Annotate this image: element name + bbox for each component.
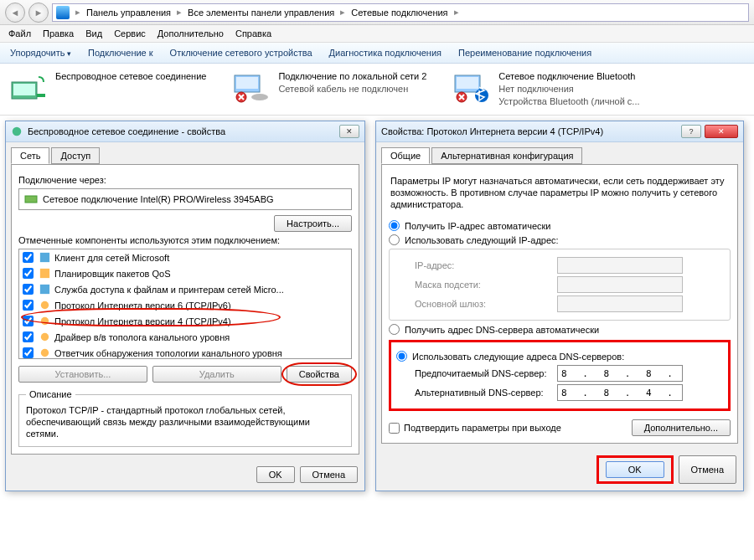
connection-label: Подключение по локальной сети 2 Сетевой …	[278, 70, 426, 95]
component-item[interactable]: Драйвер в/в тополога канального уровня	[19, 329, 351, 345]
forward-button[interactable]: ►	[28, 3, 49, 23]
address-bar: ◄ ► ▸ Панель управления ▸ Все элементы п…	[0, 0, 754, 25]
radio-dns-manual-input[interactable]	[396, 351, 407, 362]
menu-bar: Файл Правка Вид Сервис Дополнительно Спр…	[0, 25, 754, 43]
svg-point-18	[41, 333, 49, 341]
dialog-title: Свойства: Протокол Интернета версии 4 (T…	[381, 126, 678, 136]
help-button[interactable]: ?	[681, 125, 701, 138]
tab-alt-config[interactable]: Альтернативная конфигурация	[431, 147, 582, 164]
component-item[interactable]: Клиент для сетей Microsoft	[19, 249, 351, 265]
component-checkbox[interactable]	[23, 284, 34, 295]
radio-ip-manual-input[interactable]	[389, 234, 400, 245]
install-button[interactable]: Установить...	[18, 366, 147, 383]
radio-ip-auto[interactable]: Получить IP-адрес автоматически	[389, 220, 731, 231]
menu-service[interactable]: Сервис	[114, 28, 146, 39]
connection-label: Беспроводное сетевое соединение	[55, 70, 206, 83]
wifi-icon	[8, 70, 49, 104]
ip-address-input	[557, 257, 683, 274]
client-icon	[39, 251, 51, 264]
component-checkbox[interactable]	[23, 316, 34, 326]
svg-rect-13	[40, 253, 49, 262]
connection-lan[interactable]: Подключение по локальной сети 2 Сетевой …	[231, 70, 426, 108]
dns-alternate-input[interactable]	[557, 384, 683, 401]
svg-rect-8	[457, 77, 478, 89]
dns-preferred-input[interactable]	[557, 365, 683, 382]
close-button[interactable]: ✕	[705, 125, 738, 138]
menu-help[interactable]: Справка	[235, 28, 271, 39]
tab-network[interactable]: Сеть	[11, 147, 49, 164]
tool-organize[interactable]: Упорядочить	[10, 48, 71, 58]
tabs: Общие Альтернативная конфигурация	[381, 147, 738, 165]
tabs: Сеть Доступ	[11, 147, 359, 165]
svg-rect-1	[13, 84, 35, 95]
breadcrumb[interactable]: ▸ Панель управления ▸ Все элементы панел…	[52, 3, 749, 22]
component-item[interactable]: Планировщик пакетов QoS	[19, 265, 351, 281]
highlight-ok-box: OK	[596, 455, 674, 484]
tab-general[interactable]: Общие	[381, 147, 430, 164]
menu-view[interactable]: Вид	[85, 28, 102, 39]
breadcrumb-segment[interactable]: Панель управления	[86, 8, 171, 18]
back-button[interactable]: ◄	[5, 3, 25, 23]
ok-button[interactable]: OK	[256, 466, 295, 483]
close-button[interactable]: ✕	[339, 125, 359, 138]
properties-button[interactable]: Свойства	[287, 366, 352, 383]
configure-button[interactable]: Настроить...	[274, 215, 352, 232]
component-checkbox[interactable]	[23, 252, 34, 263]
svg-point-19	[41, 349, 49, 357]
titlebar[interactable]: Свойства: Протокол Интернета версии 4 (T…	[376, 121, 743, 142]
menu-file[interactable]: Файл	[8, 28, 31, 39]
component-checkbox[interactable]	[23, 331, 34, 342]
svg-rect-15	[40, 285, 49, 294]
protocol-icon	[39, 315, 51, 327]
ok-button[interactable]: OK	[606, 461, 664, 478]
confirm-on-exit-checkbox[interactable]	[389, 423, 400, 434]
highlight-dns-box: Использовать следующие адреса DNS-сервер…	[389, 340, 731, 411]
confirm-on-exit[interactable]: Подтвердить параметры при выходе	[389, 423, 561, 434]
remove-button[interactable]: Удалить	[152, 366, 281, 383]
menu-extra[interactable]: Дополнительно	[158, 28, 224, 39]
protocol-icon	[39, 299, 51, 311]
titlebar[interactable]: Беспроводное сетевое соединение - свойст…	[6, 121, 364, 142]
description-legend: Описание	[26, 389, 75, 399]
radio-dns-auto-input[interactable]	[389, 324, 400, 335]
radio-dns-auto[interactable]: Получить адрес DNS-сервера автоматически	[389, 324, 731, 335]
breadcrumb-segment[interactable]: Все элементы панели управления	[188, 8, 334, 18]
component-item[interactable]: Протокол Интернета версии 6 (TCP/IPv6)	[19, 297, 351, 313]
connect-via-label: Подключение через:	[18, 175, 352, 185]
component-checkbox[interactable]	[23, 300, 34, 311]
connection-wifi[interactable]: Беспроводное сетевое соединение	[8, 70, 206, 108]
adapter-field: Сетевое подключение Intel(R) PRO/Wireles…	[18, 188, 352, 210]
description-group: Описание Протокол TCP/IP - стандартный п…	[18, 389, 352, 447]
menu-edit[interactable]: Правка	[43, 28, 74, 39]
service-icon	[39, 267, 51, 280]
dialog-adapter-properties: Беспроводное сетевое соединение - свойст…	[5, 121, 365, 491]
svg-rect-14	[40, 269, 49, 278]
radio-ip-auto-input[interactable]	[389, 220, 400, 231]
cancel-button[interactable]: Отмена	[679, 455, 736, 484]
tool-disable[interactable]: Отключение сетевого устройства	[170, 48, 312, 58]
component-checkbox[interactable]	[23, 268, 34, 279]
chevron-right-icon: ▸	[338, 7, 348, 18]
adapter-name: Сетевое подключение Intel(R) PRO/Wireles…	[43, 194, 274, 204]
component-checkbox[interactable]	[23, 347, 34, 358]
component-item[interactable]: Ответчик обнаружения топологии канальног…	[19, 345, 351, 359]
svg-point-6	[251, 94, 268, 100]
dialog-title: Беспроводное сетевое соединение - свойст…	[28, 126, 336, 136]
service-icon	[39, 283, 51, 295]
component-item[interactable]: Служба доступа к файлам и принтерам сете…	[19, 281, 351, 297]
description-text: Протокол TCP/IP - стандартный протокол г…	[26, 404, 344, 439]
lan-icon	[231, 70, 271, 104]
tool-diagnose[interactable]: Диагностика подключения	[329, 48, 442, 58]
gateway-label: Основной шлюз:	[415, 299, 557, 309]
advanced-button[interactable]: Дополнительно...	[632, 419, 731, 436]
breadcrumb-segment[interactable]: Сетевые подключения	[351, 8, 447, 18]
connection-bluetooth[interactable]: Сетевое подключение Bluetooth Нет подклю…	[452, 70, 639, 108]
tab-access[interactable]: Доступ	[51, 147, 100, 164]
component-item-ipv4[interactable]: Протокол Интернета версии 4 (TCP/IPv4)	[19, 313, 351, 329]
tool-rename[interactable]: Переименование подключения	[458, 48, 591, 58]
radio-dns-manual[interactable]: Использовать следующие адреса DNS-сервер…	[396, 351, 723, 362]
radio-ip-manual[interactable]: Использовать следующий IP-адрес:	[389, 234, 731, 245]
components-list[interactable]: Клиент для сетей Microsoft Планировщик п…	[18, 249, 352, 359]
cancel-button[interactable]: Отмена	[300, 466, 358, 483]
tool-connect[interactable]: Подключение к	[88, 48, 153, 58]
